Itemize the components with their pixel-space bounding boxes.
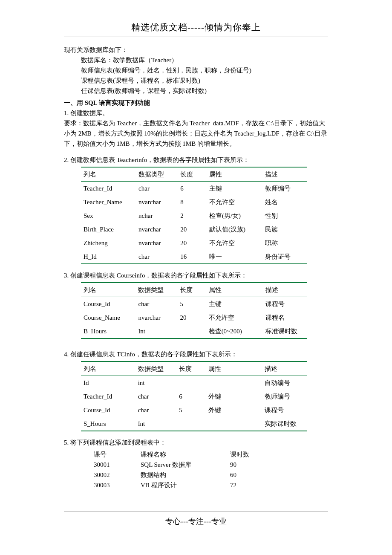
table-cell (176, 376, 205, 390)
table-cell: 课程名 (263, 311, 307, 324)
table-cell: Course_Id (81, 403, 135, 417)
table-cell: 不允许空 (207, 195, 263, 209)
table-cell: 20 (178, 236, 207, 250)
table-cell: 检查(0~200) (206, 324, 263, 338)
table-header: 长度 (177, 283, 206, 297)
table-cell: Teacher_Name (81, 195, 136, 209)
table-cell: Sex (81, 209, 136, 223)
table-header: 列名 (81, 167, 136, 182)
table-header: 长度 (176, 361, 205, 376)
document-body: 现有关系数据库如下： 数据库名：教学数据库（Teacher） 教师信息表(教师编… (64, 45, 328, 490)
q1-title: 1. 创建数据库。 (64, 108, 328, 118)
table-cell: char (136, 250, 178, 264)
table-cell: 外键 (206, 403, 262, 417)
table-header: 列名 (81, 361, 135, 376)
table-cell: 2 (178, 209, 207, 223)
table-header: 属性 (207, 167, 263, 182)
table-cell: Id (81, 376, 135, 390)
table-cell: 检查(男/女) (207, 209, 263, 223)
table-header: 属性 (206, 361, 262, 376)
course-insert-table: 课号 课程名称 课时数 30001 SQL Server 数据库 90 3000… (94, 449, 258, 490)
table-cell (206, 417, 262, 431)
table-header: 数据类型 (136, 167, 178, 182)
table-header: 课时数 (230, 449, 258, 460)
table-cell: Birth_Place (81, 223, 136, 236)
tcinfo-table: 列名 数据类型 长度 属性 描述 Id int 自动编号 Teacher_Id … (81, 361, 307, 431)
table-cell: 实际课时数 (262, 417, 307, 431)
intro-db: 数据库名：教学数据库（Teacher） (64, 55, 328, 65)
table-header: 属性 (206, 283, 263, 297)
table-cell: 民族 (262, 223, 307, 236)
table-cell: 5 (176, 403, 205, 417)
table-cell: Course_Id (81, 297, 135, 311)
table-cell: 20 (178, 223, 207, 236)
q2-title: 2. 创建教师信息表 Teacherinfo，数据表的各字段属性如下表所示： (64, 155, 328, 165)
table-cell: char (135, 403, 177, 417)
q3-title: 3. 创建课程信息表 Courseinfo，数据表的各字段属性如下表所示： (64, 270, 328, 280)
intro-table1: 教师信息表(教师编号，姓名，性别，民族，职称，身份证号) (64, 65, 328, 75)
table-cell: 主键 (207, 182, 263, 196)
table-cell: H_Id (81, 250, 136, 264)
table-cell: 不允许空 (206, 311, 263, 324)
table-cell: 30001 (94, 460, 141, 470)
intro-line: 现有关系数据库如下： (64, 45, 328, 55)
table-cell: 90 (230, 460, 258, 470)
courseinfo-table: 列名 数据类型 长度 属性 描述 Course_Id char 5 主键 课程号… (81, 282, 307, 339)
table-cell: 8 (178, 195, 207, 209)
table-cell: 职称 (262, 236, 307, 250)
table-header: 课程名称 (141, 449, 230, 460)
table-header: 数据类型 (135, 361, 177, 376)
table-cell: 60 (230, 470, 258, 480)
table-cell: Int (135, 417, 177, 431)
table-cell: S_Hours (81, 417, 135, 431)
table-cell: 72 (230, 480, 258, 490)
table-cell: Int (135, 324, 177, 338)
page-title-header: 精选优质文档-----倾情为你奉上 (64, 21, 328, 37)
table-cell: 外键 (206, 390, 262, 403)
table-cell: nvarchar (136, 195, 178, 209)
table-cell: nchar (136, 209, 178, 223)
table-cell: Zhicheng (81, 236, 136, 250)
document-page: 精选优质文档-----倾情为你奉上 现有关系数据库如下： 数据库名：教学数据库（… (0, 0, 392, 539)
table-cell: VB 程序设计 (141, 480, 230, 490)
table-cell (206, 376, 262, 390)
table-cell: char (136, 182, 178, 196)
table-cell: 教师编号 (262, 182, 307, 196)
teacherinfo-table: 列名 数据类型 长度 属性 描述 Teacher_Id char 6 主键 教师… (81, 167, 307, 264)
table-cell: Teacher_Id (81, 390, 135, 403)
table-cell: 30003 (94, 480, 141, 490)
table-cell: 自动编号 (262, 376, 307, 390)
table-cell: nvarchar (136, 236, 178, 250)
table-cell: 教师编号 (262, 390, 307, 403)
table-header: 数据类型 (135, 283, 177, 297)
table-header: 描述 (262, 167, 307, 182)
table-cell: char (135, 297, 177, 311)
table-cell: 6 (178, 182, 207, 196)
table-cell: nvarchar (136, 223, 178, 236)
table-cell: 5 (177, 297, 206, 311)
table-cell: 唯一 (207, 250, 263, 264)
q4-title: 4. 创建任课信息表 TCinfo，数据表的各字段属性如下表所示： (64, 349, 328, 359)
table-cell: nvarchar (135, 311, 177, 324)
table-header: 列名 (81, 283, 135, 297)
table-cell: 30002 (94, 470, 141, 480)
table-cell: 标准课时数 (263, 324, 307, 338)
table-cell: 数据结构 (141, 470, 230, 480)
table-cell: SQL Server 数据库 (141, 460, 230, 470)
table-cell (177, 324, 206, 338)
table-cell: B_Hours (81, 324, 135, 338)
intro-table3: 任课信息表(教师编号，课程号，实际课时数) (64, 86, 328, 96)
table-header: 描述 (262, 361, 307, 376)
table-cell: 身份证号 (262, 250, 307, 264)
table-cell (176, 417, 205, 431)
table-cell: 20 (177, 311, 206, 324)
q1-body: 要求：数据库名为 Teacher，主数据文件名为 Teacher_data.MD… (64, 118, 328, 149)
table-header: 课号 (94, 449, 141, 460)
table-cell: int (135, 376, 177, 390)
table-cell: 课程号 (262, 403, 307, 417)
section-1-title: 一、用 SQL 语言实现下列功能 (64, 98, 328, 108)
page-footer: 专心---专注---专业 (64, 512, 328, 526)
table-cell: 姓名 (262, 195, 307, 209)
table-header: 长度 (178, 167, 207, 182)
table-header: 描述 (263, 283, 307, 297)
